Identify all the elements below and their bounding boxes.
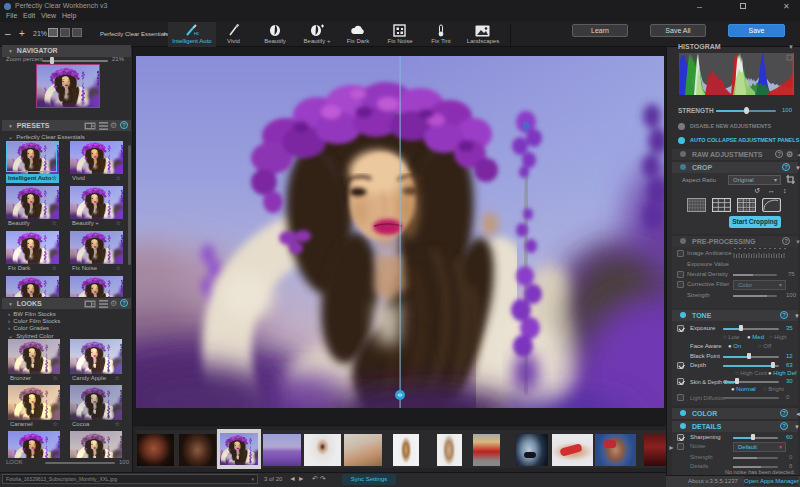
svg-text:HD: HD — [194, 31, 199, 36]
